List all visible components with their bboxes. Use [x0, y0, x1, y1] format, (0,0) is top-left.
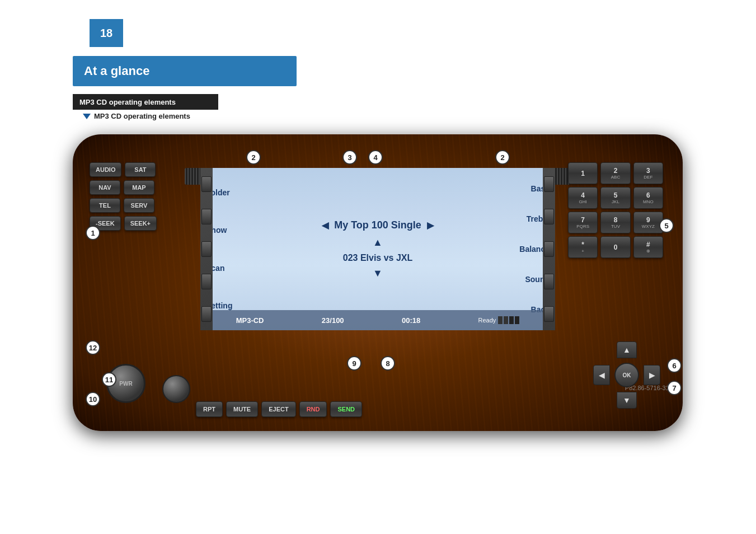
map-button[interactable]: MAP — [124, 180, 154, 195]
subtitle-text: MP3 CD operating elements — [79, 98, 176, 106]
num-btn-8[interactable]: 8TUV — [600, 212, 630, 233]
num-btn-5[interactable]: 5JKL — [600, 187, 630, 209]
rnd-button[interactable]: RND — [299, 401, 327, 417]
badge-4: 4 — [368, 150, 383, 165]
eject-button[interactable]: EJECT — [261, 401, 295, 417]
scroll-down-icon[interactable]: ▼ — [373, 268, 383, 279]
left-border-btn-5[interactable] — [201, 306, 212, 322]
num-btn-7[interactable]: 7PQRS — [568, 212, 598, 233]
status-mode: MP3-CD — [236, 316, 264, 325]
nav-cluster: ▲ ▼ ◀ ▶ OK — [593, 341, 660, 409]
nav-down-button[interactable]: ▼ — [617, 392, 637, 409]
badge-2a: 2 — [246, 150, 261, 165]
header-box: At a glance — [73, 56, 297, 86]
left-border-btn-2[interactable] — [201, 209, 212, 224]
nav-left-button[interactable]: ◀ — [593, 365, 610, 385]
track-next-icon[interactable]: ▶ — [427, 220, 434, 231]
sub2-text: MP3 CD operating elements — [94, 112, 190, 120]
button-row-4: -SEEK SEEK+ — [90, 216, 196, 231]
now-playing-row: ◀ My Top 100 Single ▶ — [322, 219, 434, 231]
badge-8: 8 — [381, 356, 395, 371]
track-info: 023 Elvis vs JXL — [343, 253, 413, 263]
num-btn-6[interactable]: 6MNO — [633, 187, 663, 209]
right-border-btn-2[interactable] — [544, 209, 554, 224]
seek-forward-button[interactable]: SEEK+ — [124, 216, 157, 231]
sat-button[interactable]: SAT — [125, 162, 156, 177]
radio-unit: AUDIO SAT NAV MAP TEL SERV -SEEK SEEK+ — [73, 134, 683, 431]
scroll-up-icon[interactable]: ▲ — [373, 237, 383, 249]
badge-6: 6 — [667, 358, 682, 373]
ind-seg-1 — [498, 316, 503, 324]
audio-button[interactable]: AUDIO — [90, 162, 121, 177]
right-border-btn-4[interactable] — [544, 274, 554, 289]
num-btn-2[interactable]: 2ABC — [600, 162, 630, 184]
badge-11: 11 — [102, 372, 116, 387]
num-btn-9[interactable]: 9WXYZ — [633, 212, 663, 233]
header-title: At a glance — [84, 64, 149, 78]
pwr-label: PWR — [119, 381, 132, 387]
send-button[interactable]: SEND — [330, 401, 362, 417]
rpt-button[interactable]: RPT — [196, 401, 223, 417]
button-row-3: TEL SERV — [90, 198, 196, 213]
left-border-btn-3[interactable] — [201, 241, 212, 257]
badge-12: 12 — [86, 340, 100, 355]
subtitle-bar: MP3 CD operating elements — [73, 94, 218, 110]
badge-10: 10 — [86, 392, 100, 406]
num-btn-1[interactable]: 1 — [568, 162, 598, 184]
num-btn-hash[interactable]: #⊕ — [633, 236, 663, 258]
button-row-1: AUDIO SAT — [90, 162, 196, 177]
left-border-btn-1[interactable] — [201, 176, 212, 192]
volume-knob[interactable] — [162, 375, 190, 403]
track-prev-icon[interactable]: ◀ — [322, 220, 328, 231]
nav-right-button[interactable]: ▶ — [644, 365, 660, 385]
num-btn-0[interactable]: 0 — [600, 236, 630, 258]
right-border-btn-1[interactable] — [544, 176, 554, 192]
status-track: 23/100 — [322, 316, 344, 325]
sub2-line: MP3 CD operating elements — [83, 112, 190, 120]
ind-seg-2 — [504, 316, 508, 324]
ind-seg-3 — [509, 316, 514, 324]
tel-button[interactable]: TEL — [90, 198, 120, 213]
badge-1: 1 — [86, 226, 100, 240]
ind-seg-4 — [515, 316, 519, 324]
triangle-icon — [83, 114, 91, 119]
num-btn-4[interactable]: 4GHI — [568, 187, 598, 209]
button-row-2: NAV MAP — [90, 180, 196, 195]
badge-7: 7 — [667, 381, 682, 395]
status-time: 00:18 — [402, 316, 420, 325]
screen-status-bar: MP3-CD 23/100 00:18 Ready — [201, 310, 554, 330]
screen-right-border — [543, 168, 555, 330]
badge-9: 9 — [347, 356, 361, 371]
mute-button[interactable]: MUTE — [226, 401, 258, 417]
left-panel: AUDIO SAT NAV MAP TEL SERV -SEEK SEEK+ — [90, 162, 196, 364]
badge-5: 5 — [659, 218, 674, 233]
ready-indicator: Ready — [478, 316, 520, 324]
right-border-btn-5[interactable] — [544, 306, 554, 322]
num-btn-3[interactable]: 3DEF — [633, 162, 663, 184]
screen-left-border — [200, 168, 213, 330]
page-number: 18 — [100, 27, 112, 40]
bottom-buttons: RPT MUTE EJECT RND SEND — [196, 401, 420, 417]
nav-up-button[interactable]: ▲ — [617, 341, 637, 358]
numpad-grid: 1 2ABC 3DEF 4GHI 5JKL 6MNO 7PQRS 8TUV 9W… — [568, 162, 663, 258]
serv-button[interactable]: SERV — [124, 198, 154, 213]
now-playing-title: My Top 100 Single — [334, 219, 421, 231]
ready-label: Ready — [478, 317, 496, 324]
display-screen: Folder Show Scan Setting ◀ My Top 100 Si… — [201, 168, 554, 330]
ok-button[interactable]: OK — [614, 363, 639, 387]
right-border-btn-3[interactable] — [544, 241, 554, 257]
num-btn-star[interactable]: *+ — [568, 236, 598, 258]
screen-center: ◀ My Top 100 Single ▶ ▲ 023 Elvis vs JXL… — [257, 168, 498, 330]
badge-2b: 2 — [495, 150, 510, 165]
right-numpad: 1 2ABC 3DEF 4GHI 5JKL 6MNO 7PQRS 8TUV 9W… — [568, 162, 663, 263]
badge-3: 3 — [342, 150, 357, 165]
page-number-box: 18 — [90, 19, 123, 47]
left-border-btn-4[interactable] — [201, 274, 212, 289]
nav-button[interactable]: NAV — [90, 180, 120, 195]
indicator-bar — [498, 316, 519, 324]
